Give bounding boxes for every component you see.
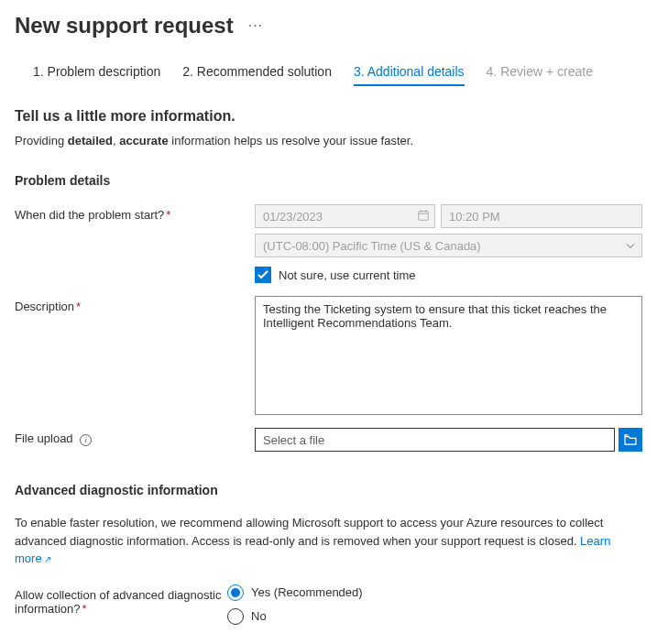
when-label: When did the problem start?*: [15, 204, 255, 222]
file-upload-label: File upload i: [15, 428, 255, 446]
intro-post: information helps us resolve your issue …: [169, 134, 413, 147]
browse-button[interactable]: [619, 428, 642, 452]
external-link-icon: ↗: [44, 554, 51, 564]
when-label-text: When did the problem start?: [15, 208, 164, 222]
tab-review-create: 4. Review + create: [487, 64, 593, 86]
radio-no[interactable]: No: [227, 608, 363, 625]
intro-pre: Providing: [15, 134, 68, 147]
more-menu-button[interactable]: ···: [248, 17, 263, 34]
wizard-tabs: 1. Problem description 2. Recommended so…: [15, 64, 642, 86]
intro-bold1: detailed: [68, 134, 113, 147]
tab-problem-description[interactable]: 1. Problem description: [33, 64, 160, 86]
checkbox-label: Not sure, use current time: [279, 268, 416, 282]
use-current-time-checkbox[interactable]: [255, 267, 271, 283]
tab-recommended-solution[interactable]: 2. Recommended solution: [182, 64, 332, 86]
required-indicator: *: [82, 602, 87, 616]
required-indicator: *: [166, 208, 170, 222]
allow-collection-label: Allow collection of advanced diagnostic …: [15, 584, 227, 616]
intro-bold2: accurate: [119, 134, 168, 147]
timezone-dropdown[interactable]: [255, 234, 642, 257]
radio-no-label: No: [251, 609, 267, 623]
required-indicator: *: [76, 300, 81, 313]
problem-details-title: Problem details: [15, 173, 642, 188]
page-title: New support request: [15, 13, 234, 38]
advanced-desc-text: To enable faster resolution, we recommen…: [15, 516, 603, 548]
file-upload-label-text: File upload: [15, 431, 73, 445]
date-input[interactable]: [255, 204, 435, 228]
advanced-section-title: Advanced diagnostic information: [15, 483, 642, 497]
intro-title: Tell us a little more information.: [15, 108, 642, 125]
radio-button-no[interactable]: [227, 608, 244, 625]
description-label-text: Description: [15, 300, 74, 313]
description-label: Description*: [15, 296, 255, 313]
radio-button-yes[interactable]: [227, 584, 244, 601]
radio-yes-label: Yes (Recommended): [251, 585, 363, 599]
intro-text: Providing detailed, accurate information…: [15, 134, 642, 147]
tab-additional-details[interactable]: 3. Additional details: [354, 64, 465, 86]
advanced-description: To enable faster resolution, we recommen…: [15, 514, 642, 568]
radio-yes[interactable]: Yes (Recommended): [227, 584, 363, 601]
allow-collection-label-text: Allow collection of advanced diagnostic …: [15, 588, 221, 616]
description-textarea[interactable]: Testing the Ticketing system to ensure t…: [255, 296, 642, 415]
file-select-input[interactable]: Select a file: [255, 428, 615, 452]
time-input[interactable]: [441, 204, 642, 228]
info-icon[interactable]: i: [80, 434, 92, 446]
